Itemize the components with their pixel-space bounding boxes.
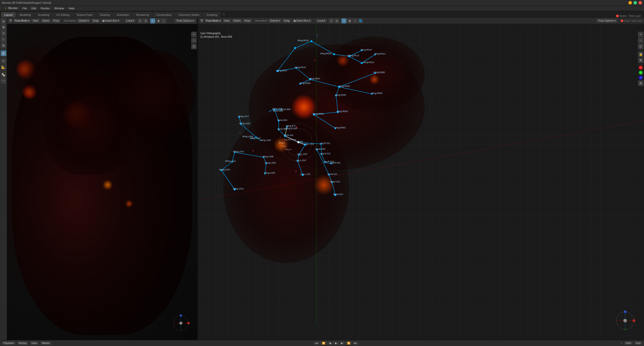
measure-tool[interactable]: 📐 [1, 64, 6, 70]
maximize-button[interactable]: □ [633, 1, 637, 5]
prev-keyframe[interactable]: ⏪ [320, 341, 327, 345]
select-box-right[interactable]: ▣ Select Box ▾ [292, 19, 312, 22]
menu-file[interactable]: File [20, 6, 29, 10]
fit-view-right[interactable]: ⊡ [638, 44, 643, 49]
solid-shading-left[interactable]: ● [150, 18, 155, 23]
xray-toggle-left[interactable]: ◎ [143, 18, 148, 23]
tab-shading[interactable]: Shading [96, 12, 113, 17]
tab-geometry-nodes[interactable]: Geometry Nodes [175, 12, 203, 17]
end-label[interactable]: End [634, 341, 642, 345]
select-menu-left[interactable]: Select [41, 19, 51, 23]
minimize-button[interactable]: − [628, 1, 632, 5]
render-shading-left[interactable]: ○ [161, 18, 166, 23]
jump-to-end[interactable]: ⏭ [353, 341, 358, 345]
menu-window[interactable]: Window [52, 6, 66, 10]
vp-left-type-icon[interactable]: 🎬 [9, 19, 13, 23]
tab-compositing[interactable]: Compositing [153, 12, 175, 17]
tab-uv-editing[interactable]: UV Editing [53, 12, 73, 17]
pose-menu-left[interactable]: Pose [52, 19, 61, 23]
navigation-gizmo-right[interactable]: Z X Y [615, 311, 635, 331]
color-green-icon[interactable] [639, 71, 643, 75]
relax-pose-tool[interactable]: 〰 [1, 78, 6, 84]
tab-modeling[interactable]: Modeling [16, 12, 34, 17]
pose-mode-selector-right[interactable]: Pose Mode ▾ [205, 19, 222, 22]
overlay-toggle-right[interactable]: ⊙ [329, 18, 334, 23]
menu-edit[interactable]: Edit [29, 6, 38, 10]
move-view-right[interactable]: ✥ [638, 58, 643, 63]
close-button[interactable]: × [638, 1, 642, 5]
view-menu-left[interactable]: View [31, 19, 40, 23]
color-red-icon[interactable] [639, 66, 643, 70]
start-label[interactable]: Start [624, 341, 632, 345]
overlay-toggle-left[interactable]: ⊙ [138, 18, 143, 23]
select-menu-right[interactable]: Select [232, 19, 242, 23]
solid-shading-right[interactable]: ● [341, 18, 346, 23]
svg-point-5 [179, 322, 182, 325]
orientation-selector-right[interactable]: Default ▾ [268, 19, 281, 23]
grid-icon[interactable]: ⊞ [638, 80, 643, 86]
drag-btn-right[interactable]: Drag [283, 19, 291, 23]
tab-animation[interactable]: Animation [114, 12, 133, 17]
viewport-separator[interactable] [197, 18, 198, 340]
window-controls: − □ × [628, 1, 642, 5]
move-tool[interactable]: ✥ [1, 25, 6, 30]
pose-tool[interactable]: 🦴 [1, 72, 6, 78]
local-btn-left[interactable]: Local ▾ [125, 19, 136, 23]
prev-frame[interactable]: ◀ [328, 341, 333, 345]
add-workspace-button[interactable]: + [221, 11, 227, 17]
marker-menu[interactable]: Marker [41, 341, 51, 345]
fit-view-left[interactable]: ⊡ [191, 44, 197, 49]
view-timeline-menu[interactable]: View [30, 341, 38, 345]
drag-btn-left[interactable]: Drag [91, 19, 100, 23]
orientation-selector-left[interactable]: Default ▾ [77, 19, 90, 23]
zoom-out-right[interactable]: − [638, 38, 643, 43]
next-keyframe[interactable]: ⏩ [346, 341, 352, 345]
tab-layout[interactable]: Layout [1, 12, 16, 17]
vp-right-type-icon[interactable]: 🎬 [200, 19, 204, 23]
tab-rendering[interactable]: Rendering [133, 12, 152, 17]
pose-menu-right[interactable]: Pose [243, 19, 252, 23]
tab-sculpting[interactable]: Sculpting [35, 12, 53, 17]
right-viewport-canvas[interactable]: User Orthographic (1) Armature.001 : Bon… [198, 24, 644, 340]
viewport-right[interactable]: 🎬 Pose Mode ▾ View Select Pose Orientati… [198, 18, 644, 340]
view-menu-right[interactable]: View [223, 19, 231, 23]
keying-menu[interactable]: Keying [17, 341, 28, 345]
svg-point-117 [624, 328, 626, 330]
tab-scripting[interactable]: Scripting [203, 12, 220, 17]
view-lock-right[interactable]: 🔒 [638, 52, 643, 57]
transform-tool[interactable]: ⊞ [1, 43, 6, 48]
xray-toggle-right[interactable]: ◎ [334, 18, 339, 23]
pose-options-btn-right[interactable]: Pose Options ▾ [596, 19, 618, 23]
pose-options-btn-left[interactable]: Pose Options ▾ [175, 19, 196, 23]
material-shading-left[interactable]: ◑ [156, 18, 161, 23]
jump-to-start[interactable]: ⏮ [314, 341, 319, 345]
separator [123, 19, 123, 23]
playback-menu[interactable]: Playback [2, 341, 15, 345]
menu-blender[interactable]: 🔸 Blender [2, 6, 20, 10]
pose-mode-selector-left[interactable]: Pose Mode ▾ [14, 19, 30, 22]
play-pause[interactable]: ▶ [334, 341, 339, 345]
next-frame[interactable]: ▶ [340, 341, 345, 345]
rotate-tool[interactable]: ↺ [1, 31, 6, 36]
left-viewport-canvas[interactable]: + − ⊡ Z X [7, 24, 197, 340]
annotate-tool[interactable]: ✏ [1, 58, 6, 64]
select-box-tool[interactable]: ▣ [1, 51, 6, 56]
menu-render[interactable]: Render [39, 6, 52, 10]
color-blue-icon[interactable] [639, 76, 643, 80]
menu-help[interactable]: Help [67, 6, 76, 10]
svg-point-118 [623, 319, 627, 322]
tab-texture-paint[interactable]: Texture Paint [73, 12, 96, 17]
zoom-in-left[interactable]: + [191, 32, 197, 37]
material-shading-right[interactable]: ◑ [347, 18, 352, 23]
navigation-gizmo-left[interactable]: Z X [172, 314, 190, 332]
rendered-shading-right[interactable]: 🌐 [358, 18, 363, 23]
menu-bar: 🔸 Blender File Edit Render Window Help [0, 6, 644, 11]
cursor-tool[interactable]: ⊕ [1, 19, 6, 24]
scale-tool[interactable]: ⤡ [1, 37, 6, 42]
render-shading-right[interactable]: ○ [352, 18, 357, 23]
viewport-left[interactable]: 🎬 Pose Mode ▾ View Select Pose Orientati… [7, 18, 197, 340]
zoom-in-right[interactable]: + [638, 32, 643, 37]
local-btn-right[interactable]: Local ▾ [316, 19, 327, 23]
select-box-left[interactable]: ▣ Select Box ▾ [101, 19, 120, 22]
zoom-out-left[interactable]: − [191, 38, 197, 43]
